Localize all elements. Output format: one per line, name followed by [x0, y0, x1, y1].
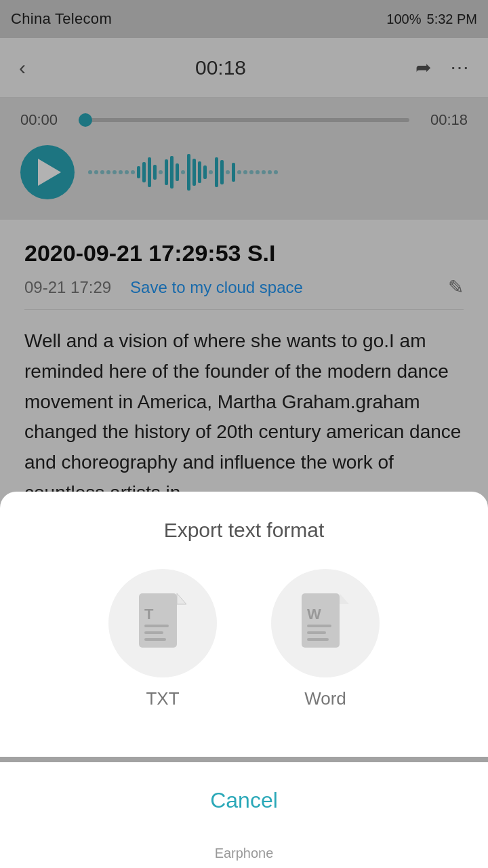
- svg-rect-5: [144, 631, 163, 634]
- export-options: T TXT W: [27, 569, 461, 709]
- export-dialog: Export text format T TXT: [0, 492, 488, 757]
- svg-text:T: T: [144, 606, 154, 623]
- svg-rect-10: [307, 625, 331, 627]
- word-icon-circle: W: [271, 569, 380, 677]
- txt-label: TXT: [146, 688, 179, 709]
- svg-rect-12: [307, 638, 329, 641]
- txt-file-icon: T: [139, 593, 186, 653]
- export-dialog-title: Export text format: [27, 519, 461, 542]
- export-option-word[interactable]: W Word: [271, 569, 380, 709]
- svg-rect-6: [144, 638, 166, 641]
- export-option-txt[interactable]: T TXT: [108, 569, 217, 709]
- cancel-button[interactable]: Cancel: [27, 781, 461, 820]
- svg-text:W: W: [307, 606, 321, 623]
- cancel-sheet: Cancel: [0, 762, 488, 839]
- bottom-hint: Earphone: [0, 839, 488, 868]
- svg-rect-4: [144, 625, 169, 627]
- word-label: Word: [304, 688, 346, 709]
- txt-icon-circle: T: [108, 569, 217, 677]
- svg-rect-11: [307, 631, 326, 634]
- overlay: Export text format T TXT: [0, 0, 488, 868]
- svg-marker-8: [340, 593, 349, 604]
- word-file-icon: W: [302, 593, 349, 653]
